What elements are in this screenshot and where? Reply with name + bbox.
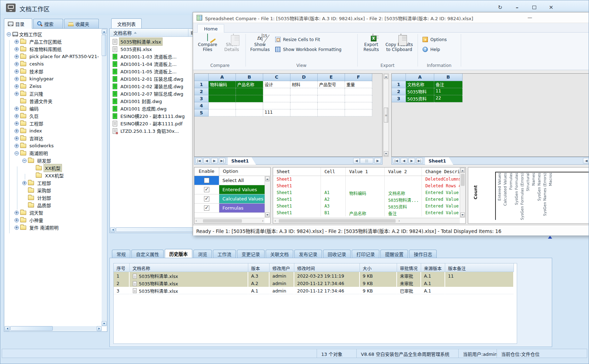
grid-cell[interactable] <box>290 88 318 95</box>
grid-cell[interactable] <box>345 102 372 109</box>
close-button[interactable] <box>544 2 559 12</box>
grid-cell[interactable] <box>318 88 345 95</box>
column-header-docname[interactable]: 文档名称 <box>110 29 188 36</box>
hscroll-thumb[interactable]: ||| <box>360 158 373 164</box>
results-row[interactable]: Sheet1DeletedColumns <box>273 176 465 183</box>
tree-item[interactable]: 计划部 <box>5 194 101 201</box>
tree-item[interactable]: +pick place for AP-RT5350-V21- <box>5 53 101 60</box>
grid-cell[interactable] <box>345 109 372 116</box>
grid-cell[interactable] <box>290 102 318 109</box>
tree-item[interactable]: +产品工作区图纸 <box>5 38 101 45</box>
grid-row-header[interactable]: 3 <box>194 95 209 102</box>
bottom-tab-12[interactable]: 操作日志 <box>409 250 437 258</box>
tree-item[interactable]: +solidworks <box>5 142 101 149</box>
history-row[interactable]: 35035物料清单.xlsxA.1admin2020-11-12 17:34:4… <box>114 287 517 294</box>
history-column-header[interactable]: 大小 <box>360 263 397 272</box>
checkbox-unchecked[interactable] <box>204 178 209 183</box>
tree-item[interactable]: +ceshis <box>5 60 101 68</box>
grid-cell[interactable]: 产品名称 <box>236 81 263 88</box>
refresh-icon[interactable] <box>493 2 508 12</box>
grid-column-header[interactable]: E <box>318 74 345 81</box>
show-workbook-formatting-button[interactable]: Show Workbook Formatting <box>275 47 341 52</box>
tree-item[interactable]: +工程部 <box>5 120 101 127</box>
grid-cell[interactable]: 111 <box>263 109 290 116</box>
grid-cell[interactable]: 文档名称 <box>406 81 434 88</box>
tree-item[interactable]: XX机型 <box>5 164 101 172</box>
bottom-tab-11[interactable]: 提醒设置 <box>380 250 408 258</box>
options-button[interactable]: Options <box>423 37 447 42</box>
expand-plus-icon[interactable]: + <box>15 107 19 111</box>
bottom-tab-10[interactable]: 打印记录 <box>352 250 379 258</box>
grid-column-header[interactable]: F <box>345 74 372 81</box>
grid-row-header[interactable]: 5 <box>194 109 209 116</box>
tree-item[interactable]: +吉祥达 <box>5 135 101 142</box>
tree-item[interactable]: XXX机型 <box>5 172 101 179</box>
options-horizontal-scrollbar[interactable]: ‹› <box>194 218 265 223</box>
tree-item[interactable]: +正兴隆 <box>5 90 101 97</box>
document-list-item[interactable]: ADI1001-1-04 流道板上... <box>110 60 195 68</box>
sheet-tab[interactable]: Sheet1 <box>228 157 256 165</box>
grid-cell[interactable]: 5035资料 <box>406 95 434 102</box>
bottom-tab-9[interactable]: 回收记录 <box>323 250 351 258</box>
expand-plus-icon[interactable]: + <box>15 55 19 59</box>
expand-plus-icon[interactable]: + <box>15 114 19 118</box>
grid-row-header[interactable]: 1 <box>392 81 406 88</box>
tree-item[interactable]: +复件 南浦照明 <box>5 224 101 231</box>
document-list-item[interactable]: ADI1001-2-07 铆压总成.dwg <box>110 90 195 97</box>
option-row[interactable]: Formulas <box>194 204 270 213</box>
first-sheet-icon[interactable]: |◀ <box>196 158 202 164</box>
tree-item[interactable]: 采购部 <box>5 187 101 194</box>
expand-plus-icon[interactable]: + <box>15 226 19 230</box>
document-list-item[interactable]: LTZD.250.1.1.3 角铝30x... <box>110 127 195 135</box>
collapse-minus-icon[interactable]: − <box>7 32 11 36</box>
collapse-minus-icon[interactable]: − <box>22 159 27 163</box>
grid-cell[interactable]: 物料编码 <box>209 81 236 88</box>
bottom-tab-1[interactable]: 常规 <box>112 250 130 258</box>
compare-minimize-button[interactable] <box>523 13 537 22</box>
document-list-item[interactable]: ADI1001-1-05 流道板上... <box>110 68 195 75</box>
history-column-header[interactable]: 修改时间 <box>294 263 360 272</box>
option-row[interactable]: Entered Values <box>194 185 270 194</box>
document-list-item[interactable]: ADI1001-1-03 流道板总... <box>110 53 195 60</box>
tree-item[interactable]: +kinglygear <box>5 75 101 83</box>
next-sheet-icon[interactable]: ▶ <box>211 158 218 164</box>
results-column-header[interactable]: Value 2 <box>385 167 422 176</box>
first-sheet-icon[interactable]: |◀ <box>393 158 400 164</box>
bottom-tab-3[interactable]: 历史版本 <box>165 249 192 258</box>
expand-plus-icon[interactable]: + <box>15 136 19 141</box>
document-list-item[interactable]: ADI1001 总成图.dwg <box>110 105 195 112</box>
expand-plus-icon[interactable]: + <box>15 77 19 81</box>
hscroll-left-icon[interactable]: ◀ <box>583 158 589 164</box>
show-details-button[interactable]: Show Details <box>220 34 243 52</box>
results-row[interactable]: Sheet1A35035资料Entered Value <box>273 203 465 210</box>
grid-cell[interactable] <box>209 95 236 102</box>
copy-results-button[interactable]: Copy Results to Clipboard <box>382 34 416 52</box>
options-vertical-scrollbar[interactable] <box>265 176 270 218</box>
tree-item[interactable]: −文档工作区 <box>5 30 101 38</box>
tree-item[interactable]: 普通文件夹 <box>5 97 101 105</box>
grid-cell[interactable]: 重量 <box>345 81 372 88</box>
grid-cell[interactable] <box>236 95 263 102</box>
grid-column-header[interactable]: B <box>236 74 263 81</box>
tree-item[interactable]: +编码 <box>5 105 101 112</box>
grid-column-header[interactable]: A <box>209 74 236 81</box>
tab-favorites[interactable]: 收藏夹 <box>64 19 99 28</box>
bottom-tab-8[interactable]: 发布记录 <box>294 250 322 258</box>
grid-cell[interactable]: 产品型号 <box>318 81 345 88</box>
grid-cell[interactable] <box>236 109 263 116</box>
bottom-tab-7[interactable]: 关联文档 <box>266 250 293 258</box>
resize-cells-button[interactable]: Resize Cells to Fit <box>275 37 320 42</box>
tree-item[interactable]: +技术部 <box>5 68 101 75</box>
results-vertical-scrollbar[interactable] <box>460 167 465 218</box>
grid-cell[interactable] <box>263 88 290 95</box>
document-list-item[interactable]: ADI1001 封面.dwg <box>110 97 195 105</box>
expand-plus-icon[interactable]: + <box>15 47 19 51</box>
grid-cell[interactable] <box>263 102 290 109</box>
grid-cell[interactable]: 22 <box>434 95 463 102</box>
document-list-item[interactable]: ESINO横220 - 副本1111.dwg <box>110 112 195 120</box>
bottom-tab-4[interactable]: 浏览 <box>193 250 212 258</box>
bottom-tab-5[interactable]: 工作流 <box>213 250 236 258</box>
results-column-header[interactable]: Cell <box>321 167 346 176</box>
grid-cell[interactable] <box>209 102 236 109</box>
expand-plus-icon[interactable]: + <box>15 69 19 74</box>
